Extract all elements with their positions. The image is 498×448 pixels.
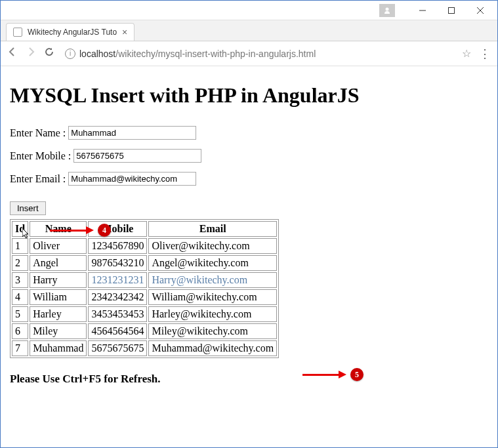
reload-button[interactable] [44,47,54,60]
tab-strip: Wikitechy AngularJS Tuto × [1,20,497,41]
cell-name: William [30,289,87,305]
email-label: Enter Email : [10,173,66,185]
info-icon[interactable]: i [65,49,75,59]
cell-mobile: 4564564564 [88,323,147,339]
annotation-badge-5: 5 [350,368,363,381]
insert-button[interactable]: Insert [10,201,46,215]
cell-email: Miley@wikitechy.com [148,323,277,339]
svg-rect-2 [449,7,455,13]
tab-title: Wikitechy AngularJS Tuto [28,28,117,37]
back-button[interactable] [7,47,18,60]
close-icon[interactable]: × [122,27,127,37]
mobile-input[interactable] [73,149,201,163]
cell-name: Harry [30,272,87,288]
close-button[interactable] [466,1,495,20]
page-title: MYSQL Insert with PHP in AngularJS [10,83,488,108]
address-bar: i localhost/wikitechy/mysql-insert-with-… [1,41,497,66]
cell-mobile: 1234567890 [88,238,147,254]
table-row: 7Muhammad5675675675Muhammad@wikitechy.co… [12,340,277,356]
table-row: 4William2342342342William@wikitechy.com [12,289,277,305]
email-row: Enter Email : [10,172,488,186]
cell-email: Harry@wikitechy.com [148,272,277,288]
annotation-arrow-5: 5 [302,368,363,381]
table-row: 3Harry1231231231Harry@wikitechy.com [12,272,277,288]
url-input[interactable]: i localhost/wikitechy/mysql-insert-with-… [62,46,454,62]
annotation-badge-4: 4 [98,224,111,237]
cell-email: Angel@wikitechy.com [148,255,277,271]
page-content: MYSQL Insert with PHP in AngularJS Enter… [1,66,497,396]
table-row: 6Miley4564564564Miley@wikitechy.com [12,323,277,339]
cell-name: Oliver [30,238,87,254]
cell-mobile: 1231231231 [88,272,147,288]
cell-name: Harley [30,306,87,322]
cell-name: Muhammad [30,340,87,356]
table-row: 1Oliver1234567890Oliver@wikitechy.com [12,238,277,254]
svg-point-0 [386,7,389,10]
cell-mobile: 3453453453 [88,306,147,322]
bookmark-button[interactable]: ☆ [462,47,471,60]
cell-mobile: 5675675675 [88,340,147,356]
cell-id: 7 [12,340,28,356]
mobile-row: Enter Mobile : [10,149,488,163]
cell-mobile: 2342342342 [88,289,147,305]
forward-button[interactable] [26,47,36,60]
url-path: /wikitechy/mysql-insert-with-php-in-angu… [115,49,316,59]
name-label: Enter Name : [10,127,66,139]
tab-favicon-icon [13,28,22,37]
name-row: Enter Name : [10,126,488,140]
cell-id: 4 [12,289,28,305]
browser-tab[interactable]: Wikitechy AngularJS Tuto × [6,23,135,41]
maximize-button[interactable] [437,1,466,20]
cell-mobile: 9876543210 [88,255,147,271]
data-table: Id Name Mobile Email 1Oliver1234567890Ol… [10,219,279,358]
th-id: Id [12,221,28,237]
cell-email: Muhammad@wikitechy.com [148,340,277,356]
browser-window: Wikitechy AngularJS Tuto × i localhost/w… [0,0,498,448]
titlebar-controls [379,1,495,20]
cell-email: William@wikitechy.com [148,289,277,305]
cell-email: Oliver@wikitechy.com [148,238,277,254]
cell-name: Miley [30,323,87,339]
table-row: 5Harley3453453453Harley@wikitechy.com [12,306,277,322]
email-input[interactable] [68,172,196,186]
mobile-label: Enter Mobile : [10,150,71,162]
cell-id: 2 [12,255,28,271]
cell-email: Harley@wikitechy.com [148,306,277,322]
th-email: Email [148,221,277,237]
window-titlebar [1,1,497,20]
table-row: 2Angel9876543210Angel@wikitechy.com [12,255,277,271]
url-host: localhost [79,49,115,59]
refresh-message: Please Use Ctrl+F5 for Refresh. [10,373,488,386]
cell-id: 1 [12,238,28,254]
user-icon[interactable] [379,4,395,17]
minimize-button[interactable] [408,1,437,20]
cell-id: 5 [12,306,28,322]
name-input[interactable] [68,126,196,140]
cell-name: Angel [30,255,87,271]
menu-button[interactable]: ⋮ [479,47,491,61]
cell-id: 3 [12,272,28,288]
cell-id: 6 [12,323,28,339]
annotation-arrow-4: 4 [50,224,111,237]
